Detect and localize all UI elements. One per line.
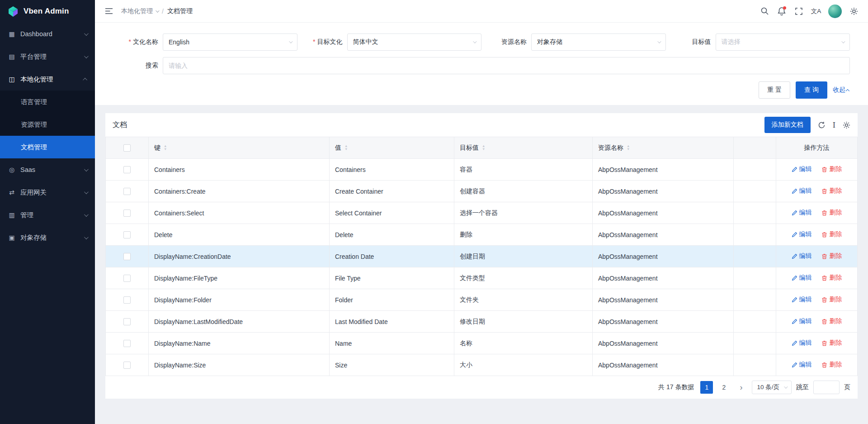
sidebar-item-object-storage[interactable]: ▣对象存储: [0, 226, 95, 249]
refresh-icon[interactable]: [818, 121, 826, 129]
cell-actions: 编辑 删除: [776, 202, 858, 224]
cell-actions: 编辑 删除: [776, 267, 858, 289]
col-header-key[interactable]: 键 ▲▼: [149, 137, 330, 159]
menu-fold-icon[interactable]: [101, 4, 117, 19]
sidebar-item-gateway[interactable]: ⇄应用网关: [0, 181, 95, 204]
delete-link[interactable]: 删除: [821, 187, 842, 195]
sidebar-subitem-document[interactable]: 文档管理: [0, 136, 95, 158]
resource-name-select[interactable]: 对象存储: [531, 33, 666, 51]
delete-label: 删除: [829, 165, 842, 173]
page-button-1[interactable]: 1: [700, 381, 713, 394]
cell-key: Containers:Create: [149, 181, 330, 202]
breadcrumb-item-localization[interactable]: 本地化管理: [121, 7, 158, 15]
edit-link[interactable]: 编辑: [792, 295, 812, 304]
search-input[interactable]: [163, 57, 850, 74]
sort-carets-icon[interactable]: ▲▼: [344, 145, 348, 151]
edit-link[interactable]: 编辑: [792, 165, 812, 173]
next-page-button[interactable]: ›: [735, 381, 747, 394]
cell-resource-name: AbpOssManagement: [593, 246, 734, 267]
sidebar-subitem-language[interactable]: 语言管理: [0, 91, 95, 113]
breadcrumb-label: 本地化管理: [121, 7, 153, 15]
row-checkbox[interactable]: [123, 340, 131, 347]
sort-carets-icon[interactable]: ▲▼: [164, 145, 167, 151]
delete-label: 删除: [829, 209, 842, 217]
edit-link[interactable]: 编辑: [792, 317, 812, 325]
delete-link[interactable]: 删除: [821, 317, 842, 325]
delete-link[interactable]: 删除: [821, 339, 842, 347]
delete-link[interactable]: 删除: [821, 274, 842, 282]
sidebar-item-dashboard[interactable]: ▦Dashboard: [0, 23, 95, 45]
target-value-select[interactable]: 请选择: [716, 33, 850, 51]
query-button[interactable]: 查 询: [796, 81, 827, 99]
sidebar-item-management[interactable]: ▥管理: [0, 204, 95, 226]
delete-link[interactable]: 删除: [821, 230, 842, 238]
col-header-target-value[interactable]: 目标值 ▲▼: [454, 137, 593, 159]
target-culture-select[interactable]: 简体中文: [347, 33, 482, 51]
trash-icon: [821, 275, 827, 281]
search-icon[interactable]: [757, 4, 772, 19]
row-checkbox[interactable]: [123, 362, 131, 369]
column-settings-gear-icon[interactable]: [843, 121, 850, 129]
delete-link[interactable]: 删除: [821, 165, 842, 173]
edit-link[interactable]: 编辑: [792, 274, 812, 282]
select-all-checkbox[interactable]: [123, 144, 131, 152]
row-checkbox[interactable]: [123, 275, 131, 282]
edit-link[interactable]: 编辑: [792, 230, 812, 238]
delete-label: 删除: [829, 295, 842, 304]
row-checkbox[interactable]: [123, 188, 131, 195]
row-checkbox[interactable]: [123, 166, 131, 173]
logo[interactable]: Vben Admin: [0, 0, 95, 23]
logo-icon: [7, 5, 19, 17]
delete-link[interactable]: 删除: [821, 252, 842, 260]
row-checkbox[interactable]: [123, 210, 131, 217]
row-checkbox[interactable]: [123, 231, 131, 238]
row-checkbox[interactable]: [123, 318, 131, 325]
sidebar-item-platform[interactable]: ▤平台管理: [0, 45, 95, 68]
page-size-select[interactable]: 10 条/页: [752, 381, 792, 394]
row-height-icon[interactable]: I: [833, 121, 835, 129]
sidebar-subitem-resource[interactable]: 资源管理: [0, 113, 95, 136]
sort-carets-icon[interactable]: ▲▼: [627, 145, 630, 151]
delete-link[interactable]: 删除: [821, 295, 842, 304]
cell-checkbox: [106, 267, 149, 289]
edit-link[interactable]: 编辑: [792, 187, 812, 195]
delete-link[interactable]: 删除: [821, 209, 842, 217]
cell-target-value: 创建容器: [454, 181, 593, 202]
chevron-down-icon: [657, 39, 661, 43]
main-area: 本地化管理 / 文档管理: [95, 0, 868, 424]
avatar[interactable]: [828, 5, 842, 18]
target-value-label: 目标值: [666, 38, 716, 46]
col-header-resource-name[interactable]: 资源名称 ▲▼: [593, 137, 734, 159]
breadcrumb-current: 文档管理: [167, 7, 193, 15]
cell-checkbox: [106, 181, 149, 202]
delete-link[interactable]: 删除: [821, 361, 842, 369]
cell-value: File Type: [330, 267, 454, 289]
culture-name-select[interactable]: English: [163, 33, 297, 51]
cell-empty: [734, 224, 776, 246]
sidebar-item-saas[interactable]: ◎Saas: [0, 158, 95, 181]
col-header-value[interactable]: 值 ▲▼: [330, 137, 454, 159]
row-checkbox[interactable]: [123, 296, 131, 304]
page-button-2[interactable]: 2: [717, 381, 730, 394]
resource-name-label: 资源名称: [481, 38, 531, 46]
edit-link[interactable]: 编辑: [792, 361, 812, 369]
sidebar-item-label: Dashboard: [20, 30, 80, 38]
notification-bell-icon[interactable]: [774, 4, 789, 19]
cell-resource-name: AbpOssManagement: [593, 354, 734, 376]
row-checkbox[interactable]: [123, 253, 131, 260]
pencil-icon: [792, 210, 797, 216]
translate-icon[interactable]: 文A: [808, 4, 824, 19]
settings-gear-icon[interactable]: [846, 4, 862, 19]
sidebar-item-localization[interactable]: ◫本地化管理: [0, 68, 95, 91]
fullscreen-icon[interactable]: [791, 4, 807, 19]
add-document-button[interactable]: 添加新文档: [764, 117, 811, 133]
sort-carets-icon[interactable]: ▲▼: [482, 145, 485, 151]
collapse-link[interactable]: 收起: [833, 86, 850, 94]
edit-link[interactable]: 编辑: [792, 339, 812, 347]
cell-value: Folder: [330, 289, 454, 311]
reset-button[interactable]: 重 置: [759, 81, 790, 99]
edit-link[interactable]: 编辑: [792, 209, 812, 217]
jump-page-input[interactable]: [813, 381, 840, 394]
cell-empty: [734, 289, 776, 311]
edit-link[interactable]: 编辑: [792, 252, 812, 260]
